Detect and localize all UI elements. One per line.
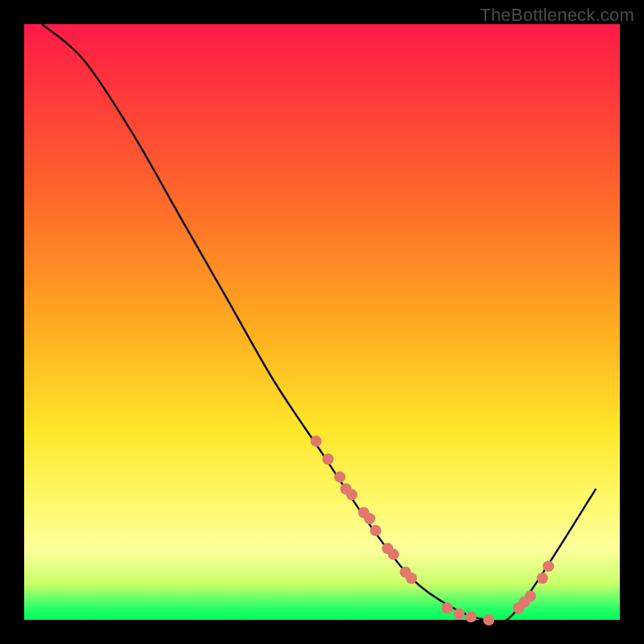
- data-point: [364, 513, 375, 524]
- attribution-label: TheBottleneck.com: [480, 5, 634, 26]
- data-point: [525, 590, 536, 601]
- marker-group: [311, 436, 555, 625]
- data-point: [441, 602, 452, 613]
- chart-stage: TheBottleneck.com: [0, 0, 644, 644]
- data-point: [453, 609, 464, 620]
- data-point: [388, 549, 399, 560]
- data-point: [543, 560, 554, 572]
- bottleneck-curve-path: [42, 24, 596, 622]
- data-point: [346, 489, 357, 501]
- data-point: [406, 572, 417, 584]
- data-point: [483, 614, 494, 625]
- data-point: [311, 436, 322, 447]
- data-point: [465, 611, 477, 622]
- plot-area: [24, 24, 620, 620]
- curve-layer: [24, 24, 620, 620]
- data-point: [370, 525, 382, 536]
- data-point: [334, 471, 345, 482]
- data-point: [322, 453, 333, 464]
- data-point: [537, 572, 548, 584]
